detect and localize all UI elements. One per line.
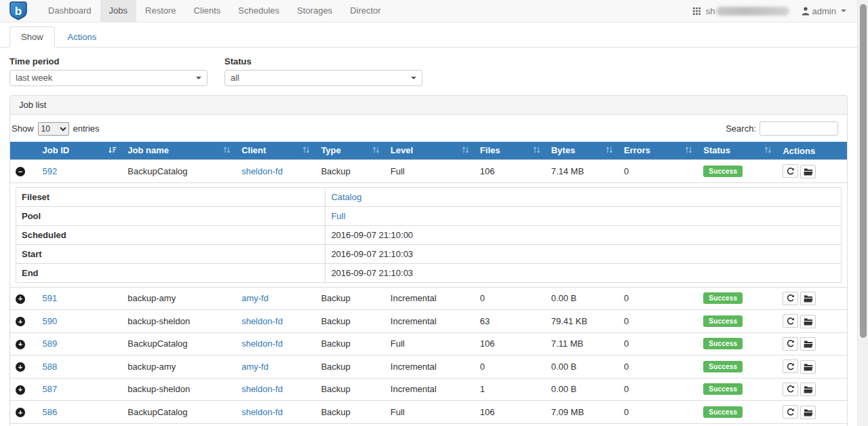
client-link[interactable]: sheldon-fd bbox=[241, 338, 283, 349]
scrollbar-thumb[interactable] bbox=[860, 4, 867, 338]
detail-value-link[interactable]: Catalog bbox=[331, 192, 361, 202]
detail-value: 2016-09-07 21:10:03 bbox=[326, 244, 842, 263]
col-files[interactable]: Files bbox=[475, 142, 546, 160]
search-input[interactable] bbox=[760, 121, 838, 136]
client-link[interactable]: sheldon-fd bbox=[241, 407, 283, 417]
client-link[interactable]: sheldon-fd bbox=[241, 316, 283, 326]
job-id-link[interactable]: 590 bbox=[42, 316, 57, 326]
apps-grid-icon[interactable] bbox=[693, 7, 701, 15]
status-select[interactable]: all bbox=[224, 70, 422, 86]
expand-row-icon[interactable]: + bbox=[16, 408, 25, 417]
restore-files-button[interactable] bbox=[800, 383, 816, 396]
restore-files-button[interactable] bbox=[800, 165, 816, 178]
job-type: Backup bbox=[321, 338, 350, 349]
col-level[interactable]: Level bbox=[385, 142, 475, 160]
rerun-job-button[interactable] bbox=[783, 292, 798, 305]
cell-expand: − bbox=[10, 160, 37, 183]
expand-row-icon[interactable]: + bbox=[16, 385, 25, 395]
tab-actions[interactable]: Actions bbox=[56, 26, 108, 47]
status-badge: Success bbox=[703, 338, 743, 349]
cell-files: 0 bbox=[475, 287, 546, 310]
rerun-job-button[interactable] bbox=[783, 314, 798, 328]
cell-errors: 0 bbox=[618, 310, 698, 333]
restore-files-button[interactable] bbox=[800, 406, 816, 419]
column-label: Level bbox=[391, 145, 413, 155]
caret-down-icon bbox=[841, 9, 846, 12]
table-row: +591backup-amyamy-fdBackupIncremental00.… bbox=[10, 287, 847, 310]
rerun-job-button[interactable] bbox=[783, 405, 798, 419]
panel-title: Job list bbox=[10, 96, 847, 115]
rerun-job-button[interactable] bbox=[783, 383, 798, 396]
tab-show[interactable]: Show bbox=[9, 26, 55, 47]
director-host: sh bbox=[706, 6, 789, 16]
cell-level: Full bbox=[385, 160, 475, 183]
cell-type: Backup bbox=[315, 160, 384, 183]
restore-files-button[interactable] bbox=[800, 337, 816, 351]
tab-bar: ShowActions bbox=[0, 22, 857, 47]
cell-type: Backup bbox=[315, 287, 384, 310]
collapse-row-icon[interactable]: − bbox=[16, 167, 25, 176]
job-id-link[interactable]: 589 bbox=[42, 338, 57, 349]
rerun-job-button[interactable] bbox=[783, 164, 798, 178]
cell-expand: + bbox=[10, 423, 37, 426]
table-row: +589BackupCatalogsheldon-fdBackupFull106… bbox=[10, 332, 847, 355]
job-id-link[interactable]: 588 bbox=[42, 362, 57, 372]
nav-item-jobs[interactable]: Jobs bbox=[100, 0, 136, 22]
detail-value-link[interactable]: Full bbox=[331, 211, 345, 221]
cell-actions bbox=[777, 332, 847, 355]
client-link[interactable]: amy-fd bbox=[241, 293, 269, 303]
expand-row-icon[interactable]: + bbox=[16, 294, 25, 304]
sort-icon bbox=[223, 146, 231, 156]
cell-files: 0 bbox=[475, 423, 546, 426]
cell-errors: 0 bbox=[618, 423, 698, 426]
cell-bytes: 7.09 MB bbox=[546, 401, 618, 424]
sort-icon bbox=[462, 146, 469, 156]
restore-files-button[interactable] bbox=[800, 360, 816, 374]
col-errors[interactable]: Errors bbox=[618, 142, 698, 160]
job-type: Backup bbox=[321, 166, 350, 176]
cell-job-id: 590 bbox=[37, 310, 122, 333]
nav-item-clients[interactable]: Clients bbox=[185, 0, 230, 22]
col-client[interactable]: Client bbox=[236, 142, 315, 160]
time-period-select[interactable]: last week bbox=[9, 70, 208, 86]
client-link[interactable]: sheldon-fd bbox=[241, 166, 283, 176]
nav-item-restore[interactable]: Restore bbox=[136, 0, 185, 22]
job-id-link[interactable]: 587 bbox=[42, 384, 57, 394]
sort-icon bbox=[685, 146, 692, 156]
col-job-id[interactable]: Job ID bbox=[37, 142, 122, 160]
col-type[interactable]: Type bbox=[315, 142, 384, 160]
page-scrollbar[interactable] bbox=[857, 0, 868, 426]
expand-row-icon[interactable]: + bbox=[16, 317, 25, 326]
col-job-name[interactable]: Job name bbox=[122, 142, 236, 160]
client-link[interactable]: sheldon-fd bbox=[241, 384, 283, 394]
rerun-job-button[interactable] bbox=[783, 360, 798, 373]
user-menu[interactable]: admin bbox=[802, 6, 846, 16]
job-id-link[interactable]: 591 bbox=[42, 293, 57, 303]
table-row: +585backup-amyamy-fdBackupIncremental00.… bbox=[10, 423, 847, 426]
detail-value-text: 2016-09-07 21:10:03 bbox=[331, 249, 413, 259]
search-control: Search: bbox=[726, 121, 838, 136]
nav-item-director[interactable]: Director bbox=[341, 0, 390, 22]
job-id-link[interactable]: 592 bbox=[42, 166, 57, 176]
nav-item-dashboard[interactable]: Dashboard bbox=[39, 0, 100, 22]
page-length-control: Show 10 entries bbox=[12, 122, 100, 136]
status-label: Status bbox=[224, 56, 422, 66]
expand-row-icon[interactable]: + bbox=[16, 362, 25, 372]
cell-actions bbox=[777, 401, 847, 424]
col-bytes[interactable]: Bytes bbox=[546, 142, 618, 160]
client-link[interactable]: amy-fd bbox=[241, 362, 269, 372]
rerun-job-button[interactable] bbox=[783, 337, 798, 351]
restore-files-button[interactable] bbox=[800, 315, 816, 328]
nav-item-storages[interactable]: Storages bbox=[288, 0, 341, 22]
nav-item-schedules[interactable]: Schedules bbox=[229, 0, 288, 22]
job-files: 0 bbox=[480, 293, 485, 303]
cell-job-name: backup-sheldon bbox=[122, 310, 236, 333]
job-type: Backup bbox=[321, 316, 350, 326]
expand-row-icon[interactable]: + bbox=[16, 340, 25, 349]
col-status[interactable]: Status bbox=[698, 142, 777, 160]
entries-select[interactable]: 10 bbox=[38, 122, 69, 136]
restore-files-button[interactable] bbox=[800, 292, 816, 305]
job-id-link[interactable]: 586 bbox=[42, 407, 57, 417]
cell-job-name: backup-sheldon bbox=[122, 378, 236, 401]
bareos-logo-icon[interactable]: b bbox=[9, 1, 27, 20]
